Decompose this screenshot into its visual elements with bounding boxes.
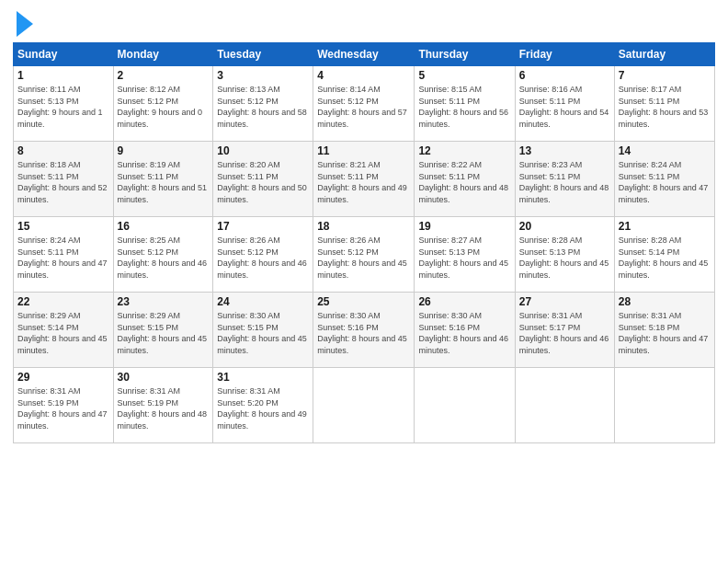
- calendar-cell: 25 Sunrise: 8:30 AMSunset: 5:16 PMDaylig…: [313, 293, 415, 368]
- calendar-cell: 23 Sunrise: 8:29 AMSunset: 5:15 PMDaylig…: [113, 293, 213, 368]
- day-number: 19: [418, 220, 510, 233]
- calendar-cell: 10 Sunrise: 8:20 AMSunset: 5:11 PMDaylig…: [213, 142, 313, 217]
- day-info: Sunrise: 8:30 AMSunset: 5:15 PMDaylight:…: [217, 311, 307, 355]
- day-info: Sunrise: 8:31 AMSunset: 5:18 PMDaylight:…: [619, 311, 709, 355]
- day-number: 5: [418, 69, 510, 82]
- day-info: Sunrise: 8:18 AMSunset: 5:11 PMDaylight:…: [17, 160, 108, 204]
- calendar-cell: 11 Sunrise: 8:21 AMSunset: 5:11 PMDaylig…: [313, 142, 415, 217]
- calendar-cell: 29 Sunrise: 8:31 AMSunset: 5:19 PMDaylig…: [14, 368, 114, 443]
- calendar-cell: 4 Sunrise: 8:14 AMSunset: 5:12 PMDayligh…: [313, 66, 415, 142]
- calendar-cell: 28 Sunrise: 8:31 AMSunset: 5:18 PMDaylig…: [614, 293, 714, 368]
- day-number: 8: [17, 144, 109, 157]
- calendar-cell: 24 Sunrise: 8:30 AMSunset: 5:15 PMDaylig…: [213, 293, 313, 368]
- calendar-cell: 2 Sunrise: 8:12 AMSunset: 5:12 PMDayligh…: [113, 66, 213, 142]
- calendar-cell: [313, 368, 415, 443]
- calendar-cell: 31 Sunrise: 8:31 AMSunset: 5:20 PMDaylig…: [213, 368, 313, 443]
- day-info: Sunrise: 8:14 AMSunset: 5:12 PMDaylight:…: [317, 85, 407, 129]
- calendar-week-4: 22 Sunrise: 8:29 AMSunset: 5:14 PMDaylig…: [14, 293, 715, 368]
- day-info: Sunrise: 8:28 AMSunset: 5:14 PMDaylight:…: [619, 236, 709, 280]
- day-number: 4: [317, 69, 410, 82]
- day-number: 23: [118, 295, 210, 308]
- calendar-cell: 26 Sunrise: 8:30 AMSunset: 5:16 PMDaylig…: [415, 293, 515, 368]
- weekday-monday: Monday: [113, 43, 213, 66]
- day-number: 30: [118, 371, 210, 384]
- day-info: Sunrise: 8:19 AMSunset: 5:11 PMDaylight:…: [118, 160, 208, 204]
- day-info: Sunrise: 8:20 AMSunset: 5:11 PMDaylight:…: [217, 160, 307, 204]
- calendar-cell: [415, 368, 515, 443]
- day-info: Sunrise: 8:28 AMSunset: 5:13 PMDaylight:…: [519, 236, 609, 280]
- calendar-cell: 8 Sunrise: 8:18 AMSunset: 5:11 PMDayligh…: [14, 142, 114, 217]
- day-info: Sunrise: 8:13 AMSunset: 5:12 PMDaylight:…: [217, 85, 307, 129]
- calendar-cell: 30 Sunrise: 8:31 AMSunset: 5:19 PMDaylig…: [113, 368, 213, 443]
- day-info: Sunrise: 8:25 AMSunset: 5:12 PMDaylight:…: [118, 236, 208, 280]
- day-info: Sunrise: 8:31 AMSunset: 5:19 PMDaylight:…: [118, 386, 208, 431]
- day-number: 9: [118, 144, 210, 157]
- day-number: 6: [519, 69, 610, 82]
- day-number: 15: [17, 220, 109, 233]
- day-number: 28: [619, 295, 711, 308]
- weekday-saturday: Saturday: [614, 43, 714, 66]
- day-number: 12: [418, 144, 510, 157]
- calendar-cell: 9 Sunrise: 8:19 AMSunset: 5:11 PMDayligh…: [113, 142, 213, 217]
- day-info: Sunrise: 8:31 AMSunset: 5:17 PMDaylight:…: [519, 311, 609, 355]
- day-number: 1: [17, 69, 109, 82]
- day-info: Sunrise: 8:31 AMSunset: 5:20 PMDaylight:…: [217, 386, 307, 431]
- calendar-cell: 15 Sunrise: 8:24 AMSunset: 5:11 PMDaylig…: [14, 217, 114, 293]
- day-number: 17: [217, 220, 309, 233]
- calendar-cell: 22 Sunrise: 8:29 AMSunset: 5:14 PMDaylig…: [14, 293, 114, 368]
- day-info: Sunrise: 8:26 AMSunset: 5:12 PMDaylight:…: [217, 236, 307, 280]
- logo-arrow-icon: [17, 11, 33, 37]
- weekday-sunday: Sunday: [14, 43, 114, 66]
- calendar-cell: 18 Sunrise: 8:26 AMSunset: 5:12 PMDaylig…: [313, 217, 415, 293]
- weekday-wednesday: Wednesday: [313, 43, 415, 66]
- calendar-cell: 17 Sunrise: 8:26 AMSunset: 5:12 PMDaylig…: [213, 217, 313, 293]
- day-info: Sunrise: 8:29 AMSunset: 5:15 PMDaylight:…: [118, 311, 208, 355]
- day-number: 31: [217, 371, 309, 384]
- logo: [13, 9, 33, 37]
- calendar-week-2: 8 Sunrise: 8:18 AMSunset: 5:11 PMDayligh…: [14, 142, 715, 217]
- day-number: 14: [619, 144, 711, 157]
- calendar-cell: [515, 368, 614, 443]
- calendar-cell: 1 Sunrise: 8:11 AMSunset: 5:13 PMDayligh…: [14, 66, 114, 142]
- day-info: Sunrise: 8:31 AMSunset: 5:19 PMDaylight:…: [17, 386, 108, 431]
- weekday-header-row: SundayMondayTuesdayWednesdayThursdayFrid…: [14, 43, 715, 66]
- day-number: 21: [619, 220, 711, 233]
- calendar-cell: 7 Sunrise: 8:17 AMSunset: 5:11 PMDayligh…: [614, 66, 714, 142]
- day-number: 24: [217, 295, 309, 308]
- day-info: Sunrise: 8:30 AMSunset: 5:16 PMDaylight:…: [317, 311, 407, 355]
- day-number: 26: [418, 295, 510, 308]
- calendar-cell: 5 Sunrise: 8:15 AMSunset: 5:11 PMDayligh…: [415, 66, 515, 142]
- day-number: 2: [118, 69, 210, 82]
- calendar-cell: 12 Sunrise: 8:22 AMSunset: 5:11 PMDaylig…: [415, 142, 515, 217]
- day-info: Sunrise: 8:16 AMSunset: 5:11 PMDaylight:…: [519, 85, 609, 129]
- day-number: 25: [317, 295, 410, 308]
- calendar-cell: 21 Sunrise: 8:28 AMSunset: 5:14 PMDaylig…: [614, 217, 714, 293]
- day-info: Sunrise: 8:26 AMSunset: 5:12 PMDaylight:…: [317, 236, 407, 280]
- day-info: Sunrise: 8:30 AMSunset: 5:16 PMDaylight:…: [418, 311, 508, 355]
- day-info: Sunrise: 8:23 AMSunset: 5:11 PMDaylight:…: [519, 160, 609, 204]
- day-number: 16: [118, 220, 210, 233]
- day-number: 11: [317, 144, 410, 157]
- calendar-cell: 13 Sunrise: 8:23 AMSunset: 5:11 PMDaylig…: [515, 142, 614, 217]
- calendar-cell: 20 Sunrise: 8:28 AMSunset: 5:13 PMDaylig…: [515, 217, 614, 293]
- calendar-week-1: 1 Sunrise: 8:11 AMSunset: 5:13 PMDayligh…: [14, 66, 715, 142]
- weekday-friday: Friday: [515, 43, 614, 66]
- day-info: Sunrise: 8:24 AMSunset: 5:11 PMDaylight:…: [17, 236, 108, 280]
- calendar-cell: [614, 368, 714, 443]
- calendar-cell: 3 Sunrise: 8:13 AMSunset: 5:12 PMDayligh…: [213, 66, 313, 142]
- day-info: Sunrise: 8:24 AMSunset: 5:11 PMDaylight:…: [619, 160, 709, 204]
- day-info: Sunrise: 8:15 AMSunset: 5:11 PMDaylight:…: [418, 85, 508, 129]
- day-number: 22: [17, 295, 109, 308]
- calendar-cell: 16 Sunrise: 8:25 AMSunset: 5:12 PMDaylig…: [113, 217, 213, 293]
- day-info: Sunrise: 8:21 AMSunset: 5:11 PMDaylight:…: [317, 160, 407, 204]
- day-number: 27: [519, 295, 610, 308]
- day-info: Sunrise: 8:17 AMSunset: 5:11 PMDaylight:…: [619, 85, 709, 129]
- day-number: 7: [619, 69, 711, 82]
- day-number: 20: [519, 220, 610, 233]
- calendar-cell: 27 Sunrise: 8:31 AMSunset: 5:17 PMDaylig…: [515, 293, 614, 368]
- calendar-week-5: 29 Sunrise: 8:31 AMSunset: 5:19 PMDaylig…: [14, 368, 715, 443]
- weekday-thursday: Thursday: [415, 43, 515, 66]
- calendar-cell: 19 Sunrise: 8:27 AMSunset: 5:13 PMDaylig…: [415, 217, 515, 293]
- calendar-week-3: 15 Sunrise: 8:24 AMSunset: 5:11 PMDaylig…: [14, 217, 715, 293]
- day-number: 10: [217, 144, 309, 157]
